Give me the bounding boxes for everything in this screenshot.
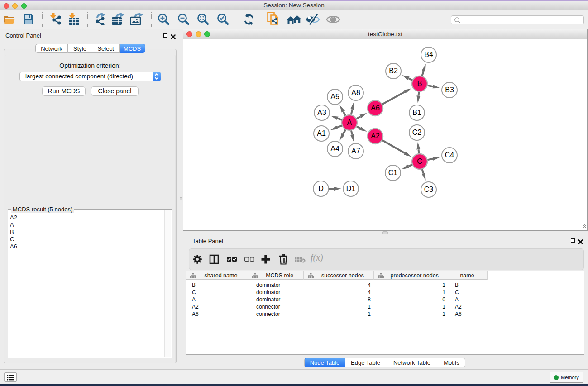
svg-text:D: D xyxy=(318,185,324,192)
svg-text:C3: C3 xyxy=(424,186,434,193)
svg-text:A8: A8 xyxy=(351,89,360,96)
svg-text:D1: D1 xyxy=(346,185,356,192)
svg-text:C: C xyxy=(417,157,422,165)
svg-text:A6: A6 xyxy=(371,104,380,112)
svg-text:A: A xyxy=(347,119,352,126)
svg-text:A5: A5 xyxy=(330,93,339,100)
svg-text:A2: A2 xyxy=(371,132,380,140)
svg-text:A3: A3 xyxy=(317,109,326,116)
svg-text:C1: C1 xyxy=(388,169,398,176)
svg-text:C2: C2 xyxy=(412,129,422,136)
svg-text:B4: B4 xyxy=(424,51,433,58)
svg-text:B: B xyxy=(417,80,422,87)
svg-text:A7: A7 xyxy=(351,147,360,155)
svg-text:B3: B3 xyxy=(445,86,454,94)
svg-text:B2: B2 xyxy=(389,67,398,75)
svg-text:B1: B1 xyxy=(412,109,421,116)
svg-text:C4: C4 xyxy=(445,151,454,159)
svg-text:A4: A4 xyxy=(330,145,339,152)
svg-text:A1: A1 xyxy=(317,129,326,137)
